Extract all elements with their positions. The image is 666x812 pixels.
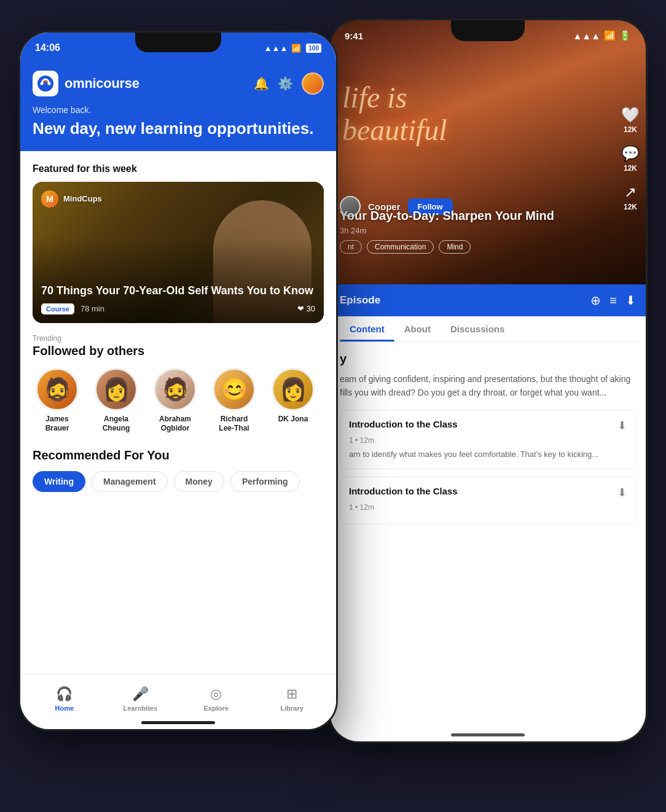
episode-content: y eam of giving confident, inspiring and… [330,342,646,542]
instructor-item[interactable]: 👩 AngelaCheung [92,368,141,434]
wifi-icon: 📶 [291,44,301,53]
instructor-item[interactable]: 👩 DK Jona [268,368,318,434]
instructor-avatar-richard: 😊 [213,368,256,411]
instructor-avatar-dk: 👩 [272,368,315,411]
tab-bar: Content About Discussions [330,316,646,342]
heart-count: ❤ 30 [297,304,315,313]
time-right: 9:41 [345,31,363,41]
header-actions: 🔔 ⚙️ [254,72,324,95]
video-tags: nt Communication Mind [340,240,609,254]
episode-header: Episode ⊕ ≡ ⬇ [330,284,646,316]
tab-discussions[interactable]: Discussions [441,316,514,342]
settings-icon[interactable]: ⚙️ [278,76,293,91]
ep-item-title-1: Introduction to the Class [349,419,613,429]
instructor-avatar-james: 🧔 [36,368,79,411]
logo-icon [33,71,58,96]
instructor-name-richard: RichardLee-Thai [219,415,249,434]
ep-download-2[interactable]: ⬇ [617,486,627,499]
ep-item-meta-2: 1 • 12m [349,503,627,512]
left-phone: 14:06 ▲▲▲ 📶 100 omnicourse [18,31,338,731]
battery: 100 [306,44,321,53]
status-icons-left: ▲▲▲ 📶 100 [264,44,321,53]
video-duration: 3h 24m [340,226,609,235]
episode-actions: ⊕ ≡ ⬇ [590,293,636,308]
featured-meta: Course 78 min ❤ 30 [41,303,315,314]
tag-mind[interactable]: Mind [439,240,471,254]
instructor-name-abraham: AbrahamOgbidor [159,415,191,434]
tab-about[interactable]: About [394,316,441,342]
tab-content[interactable]: Content [340,316,394,342]
logo-area: omnicourse [33,71,139,96]
neon-art: life isbeautiful [342,82,447,147]
avatar[interactable] [302,72,324,95]
nav-explore-label: Explore [204,705,229,712]
svg-point-1 [41,82,44,85]
ep-item-meta-1: 1 • 12m [349,436,627,445]
ep-item-title-2: Introduction to the Class [349,486,613,496]
like-count: 12K [624,125,637,134]
filter-money[interactable]: Money [174,471,224,492]
comment-count: 12K [624,164,637,173]
instructor-avatar-angela: 👩 [95,368,138,411]
welcome-text: Welcome back. [33,105,324,115]
like-action[interactable]: 🤍 12K [621,106,640,134]
notification-icon[interactable]: 🔔 [254,76,269,91]
add-icon[interactable]: ⊕ [590,293,601,308]
tag-communication[interactable]: Communication [367,240,434,254]
nav-learnbites-label: Learnbites [123,705,157,712]
battery-icon-right: 🔋 [619,30,631,41]
signal-icon: ▲▲▲ [264,44,288,53]
right-status-icons: ▲▲▲ 📶 🔋 [573,30,631,41]
instructor-item[interactable]: 😊 RichardLee-Thai [210,368,259,434]
featured-section-title: Featured for this week [33,163,324,174]
filter-performing[interactable]: Performing [230,471,300,492]
filter-row: Writing Management Money Performing [33,471,324,494]
right-phone: 9:41 ▲▲▲ 📶 🔋 life isbeautiful 🤍 12K 💬 12… [328,18,648,743]
home-indicator [141,721,215,724]
featured-content: 70 Things Your 70-Year-Old Self Wants Yo… [41,284,315,314]
instructor-name-james: JamesBrauer [45,415,69,434]
nav-learnbites[interactable]: 🎤 Learnbites [119,686,162,712]
nav-library[interactable]: ⊞ Library [270,686,313,712]
nav-explore[interactable]: ◎ Explore [195,686,238,712]
trending-title: Followed by others [33,344,324,358]
home-indicator-right [451,733,525,736]
main-headline: New day, new learning opportunities. [33,119,324,139]
instructor-avatar-abraham: 🧔 [154,368,197,411]
app-name: omnicourse [65,76,139,92]
ep-download-1[interactable]: ⬇ [617,419,627,432]
app-header: omnicourse 🔔 ⚙️ Welcome back. New day, n… [20,63,336,151]
comment-action[interactable]: 💬 12K [621,145,640,173]
filter-writing[interactable]: Writing [33,471,85,492]
heart-icon: 🤍 [621,106,640,123]
sort-icon[interactable]: ≡ [609,294,617,308]
course-tag: Course [41,303,74,314]
episode-item-2[interactable]: Introduction to the Class ⬇ 1 • 12m [340,477,636,525]
instructor-item[interactable]: 🧔 AbrahamOgbidor [151,368,200,434]
share-action[interactable]: ↗ 12K [621,184,640,211]
creator-badge-name: MindCups [63,194,102,203]
featured-card[interactable]: M MindCups 70 Things Your 70-Year-Old Se… [33,182,324,323]
episode-item-1[interactable]: Introduction to the Class ⬇ 1 • 12m arn … [340,410,636,470]
svg-point-0 [37,76,53,92]
nav-home[interactable]: 🎧 Home [43,686,86,712]
wifi-icon-right: 📶 [604,30,616,41]
download-icon[interactable]: ⬇ [625,293,636,308]
ep-item-header-1: Introduction to the Class ⬇ [349,419,627,432]
share-count: 12K [624,203,637,211]
ep-item-desc-1: arn to identify what makes you feel comf… [349,448,627,461]
notch-right [451,20,525,41]
content-heading: y [340,352,636,366]
instructor-item[interactable]: 🧔 JamesBrauer [33,368,82,434]
comment-icon: 💬 [621,145,640,162]
course-panel: Episode ⊕ ≡ ⬇ Content About Discussions … [330,284,646,741]
filter-management[interactable]: Management [92,471,168,492]
tag-nt[interactable]: nt [340,240,362,254]
app-body: Featured for this week M MindCups 70 Thi… [20,151,336,507]
home-icon: 🎧 [56,686,72,702]
library-icon: ⊞ [286,686,297,702]
recommended-title: Recommended For You [33,448,324,463]
featured-duration: 78 min [80,304,104,313]
creator-badge-logo: M [41,190,58,208]
svg-point-2 [48,82,51,85]
